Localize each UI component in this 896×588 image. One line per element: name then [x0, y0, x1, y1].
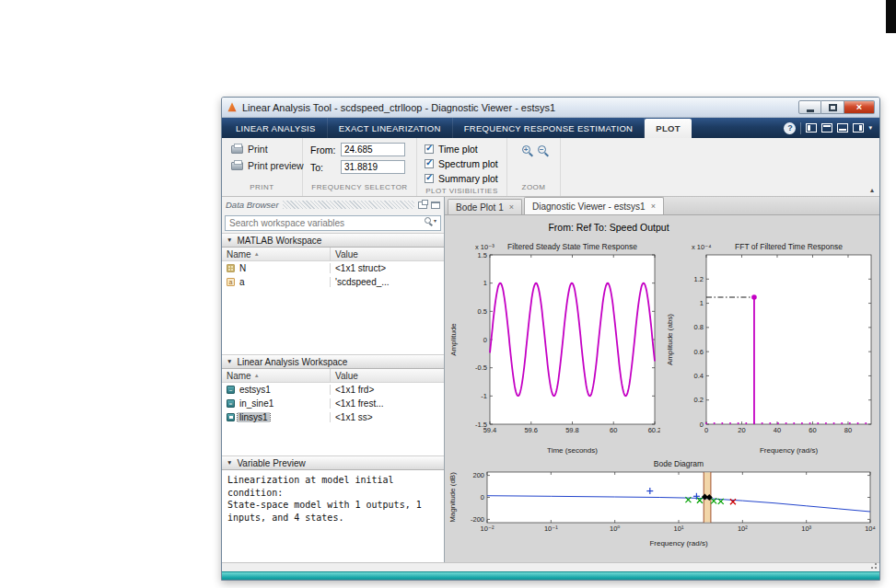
collapse-triangle-icon: [227, 359, 232, 365]
svg-text:0: 0: [704, 426, 708, 434]
minimize-icon: [807, 110, 814, 112]
svg-text:20: 20: [738, 426, 745, 434]
preview-line: Linearization at model initial condition…: [227, 474, 438, 499]
checkbox-summary-plot[interactable]: Summary plot: [425, 172, 499, 185]
from-input[interactable]: [341, 143, 405, 156]
matlab-app-icon: [227, 102, 238, 113]
print-preview-button[interactable]: Print preview: [229, 159, 306, 172]
doc-tab-diagnostic-viewer[interactable]: Diagnostic Viewer - estsys1: [524, 197, 664, 214]
svg-text:59.6: 59.6: [524, 426, 538, 434]
svg-text:Time (seconds): Time (seconds): [547, 446, 598, 455]
window-title: Linear Analysis Tool - scdspeed_ctrlloop…: [242, 102, 794, 113]
print-preview-icon: [231, 162, 243, 170]
fft-chart[interactable]: 02040608000.20.40.60.811.2FFT of Filtere…: [664, 235, 877, 459]
svg-text:0: 0: [700, 421, 704, 429]
layout-right-icon[interactable]: [853, 123, 864, 133]
toolstrip-collapse-icon[interactable]: [870, 186, 874, 194]
table-row-linsys1[interactable]: linsys1 <1x1 ss>: [222, 410, 444, 424]
search-icon[interactable]: [425, 217, 431, 224]
screen: Linear Analysis Tool - scdspeed_ctrlloop…: [0, 0, 896, 588]
layout-bottom-icon[interactable]: [837, 123, 848, 133]
resize-grip[interactable]: [868, 563, 877, 570]
status-bar: [222, 562, 879, 571]
printer-icon: [231, 145, 243, 154]
print-button[interactable]: Print: [229, 143, 270, 156]
checkbox-spectrum-plot[interactable]: Spectrum plot: [425, 157, 499, 170]
collapse-triangle-icon: [227, 460, 232, 467]
matlab-workspace-title: MATLAB Workspace: [237, 236, 321, 246]
svg-text:0: 0: [483, 336, 487, 344]
doc-tab-bode-plot-1[interactable]: Bode Plot 1: [448, 199, 522, 214]
zoom-in-icon[interactable]: [522, 145, 530, 154]
svg-text:Magnitude (dB): Magnitude (dB): [448, 472, 457, 523]
svg-text:0.4: 0.4: [694, 372, 704, 380]
close-tab-icon[interactable]: [651, 202, 656, 211]
tab-frequency-response-estimation[interactable]: FREQUENCY RESPONSE ESTIMATION: [453, 118, 646, 138]
zoom-section-label: ZOOM: [507, 183, 560, 196]
search-options-caret-icon[interactable]: [434, 217, 436, 224]
table-row-N[interactable]: N <1x1 struct>: [222, 261, 444, 275]
column-header-name[interactable]: Name: [222, 248, 331, 260]
linear-analysis-workspace-table: Name Value estsys1 <1x1 frd> in_sine1 <1: [222, 369, 444, 455]
data-browser-panel: Data Browser MATLAB Workspace: [222, 197, 445, 562]
tab-exact-linearization[interactable]: EXACT LINEARIZATION: [328, 118, 453, 138]
svg-text:Amplitude (abs): Amplitude (abs): [666, 314, 674, 365]
variable-preview-content: Linearization at model initial condition…: [222, 470, 444, 562]
checkbox-icon: [425, 144, 434, 154]
window-titlebar[interactable]: Linear Analysis Tool - scdspeed_ctrlloop…: [222, 98, 879, 118]
linear-analysis-workspace-header[interactable]: Linear Analysis Workspace: [222, 354, 444, 369]
tab-plot[interactable]: PLOT: [645, 119, 692, 138]
search-input[interactable]: [225, 215, 441, 231]
bode-diagram-chart[interactable]: 10⁻²10⁻¹10⁰10¹10²10³10⁴-2000200Bode Diag…: [447, 460, 878, 552]
minimize-button[interactable]: [798, 100, 821, 114]
checkbox-time-plot[interactable]: Time plot: [425, 143, 499, 156]
matlab-workspace-header[interactable]: MATLAB Workspace: [222, 233, 444, 248]
svg-text:x 10⁻⁴: x 10⁻⁴: [692, 243, 711, 251]
table-row-estsys1[interactable]: estsys1 <1x1 frd>: [222, 383, 444, 397]
to-input[interactable]: [341, 160, 405, 174]
svg-text:0: 0: [481, 493, 484, 502]
checkbox-icon: [425, 174, 434, 183]
maximize-panel-icon[interactable]: [431, 202, 440, 209]
column-header-name[interactable]: Name: [222, 369, 331, 382]
variable-preview-header[interactable]: Variable Preview: [222, 455, 444, 470]
layout-left-icon[interactable]: [806, 123, 817, 133]
help-icon[interactable]: [784, 122, 796, 134]
table-row-in_sine1[interactable]: in_sine1 <1x1 frest...: [222, 397, 444, 410]
column-header-value[interactable]: Value: [331, 369, 444, 382]
plot-visibilities-section-label: PLOT VISIBILITIES: [417, 187, 506, 196]
print-button-label: Print: [248, 144, 268, 155]
svg-text:10³: 10³: [801, 525, 811, 533]
column-header-value[interactable]: Value: [331, 248, 444, 260]
panel-drag-texture[interactable]: [283, 201, 414, 209]
layout-caret-icon[interactable]: [868, 124, 872, 132]
io-channel-title: From: Ref To: Speed Output: [471, 222, 747, 233]
from-label: From:: [310, 144, 336, 156]
undock-panel-icon[interactable]: [418, 202, 427, 209]
svg-text:60.2: 60.2: [648, 426, 660, 434]
tab-linear-analysis[interactable]: LINEAR ANALYSIS: [225, 118, 328, 138]
preview-line: inputs, and 4 states.: [227, 512, 438, 525]
layout-top-icon[interactable]: [821, 123, 832, 133]
section-plot-visibilities: Time plot Spectrum plot Summary plot PLO…: [417, 138, 507, 196]
window-bottom-strip: [222, 571, 879, 580]
ss-model-icon: [227, 413, 235, 421]
svg-text:10⁰: 10⁰: [610, 525, 620, 533]
frest-input-icon: [227, 399, 235, 408]
document-area: Bode Plot 1 Diagnostic Viewer - estsys1 …: [445, 197, 879, 562]
svg-text:Amplitude: Amplitude: [449, 323, 458, 356]
svg-text:Bode Diagram: Bode Diagram: [654, 460, 704, 468]
close-button[interactable]: [844, 100, 875, 114]
zoom-out-icon[interactable]: [538, 145, 546, 154]
time-response-chart[interactable]: 59.459.659.86060.2-1.5-1-0.500.511.5Filt…: [448, 235, 660, 459]
close-tab-icon[interactable]: [509, 203, 514, 212]
diagnostic-viewer-figure: From: Ref To: Speed Output 59.459.659.86…: [445, 215, 879, 562]
table-row-a[interactable]: a 'scdspeed_...: [222, 275, 444, 289]
to-label: To:: [310, 162, 336, 173]
variable-preview-title: Variable Preview: [237, 458, 305, 468]
svg-text:10⁻¹: 10⁻¹: [544, 525, 558, 533]
collapse-triangle-icon: [227, 237, 232, 244]
frequency-selector-section-label: FREQUENCY SELECTOR: [303, 183, 416, 196]
svg-text:10⁻²: 10⁻²: [481, 525, 495, 533]
maximize-button[interactable]: [821, 100, 844, 114]
